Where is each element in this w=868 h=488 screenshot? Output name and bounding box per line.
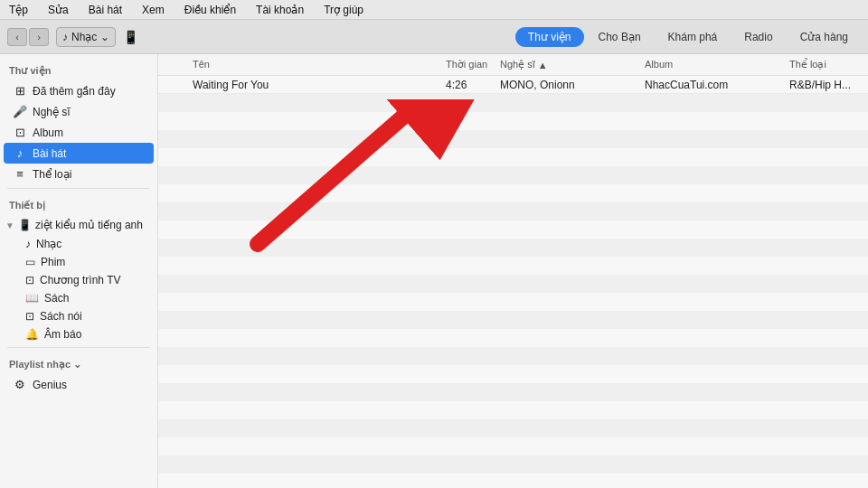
table-row-empty	[158, 383, 868, 401]
menu-tep[interactable]: Tệp	[5, 2, 32, 18]
device-expand-icon[interactable]: ▼	[5, 221, 14, 230]
menubar: Tệp Sửa Bài hát Xem Điều khiển Tài khoản…	[0, 0, 868, 20]
tab-radio[interactable]: Radio	[731, 27, 785, 47]
sidebar-item-genius[interactable]: ⚙ Genius	[4, 374, 154, 395]
table-row-empty	[158, 455, 868, 474]
table-row-empty	[158, 257, 868, 275]
device-phim-icon: ▭	[25, 256, 35, 268]
sidebar-item-the-loai[interactable]: ≡ Thể loại	[4, 164, 154, 184]
sidebar-item-da-them[interactable]: ⊞ Đã thêm gần đây	[4, 80, 154, 101]
sidebar: Thư viện ⊞ Đã thêm gần đây 🎤 Nghệ sĩ ⊡ A…	[0, 54, 158, 488]
th-genre[interactable]: Thể loại	[782, 57, 868, 72]
device-sub-am-bao[interactable]: 🔔 Âm báo	[0, 325, 157, 343]
playlist-label: Playlist nhạc	[9, 359, 71, 371]
sidebar-item-label: Đã thêm gần đây	[33, 85, 116, 98]
device-icon[interactable]: 📱	[123, 30, 138, 44]
device-sub-label: Sách	[44, 292, 69, 305]
sidebar-item-nghe-si[interactable]: 🎤 Nghệ sĩ	[4, 101, 154, 122]
playlist-section-title[interactable]: Playlist nhạc ⌄	[0, 352, 157, 374]
table-row-empty	[158, 293, 868, 311]
td-genre: R&B/Hip H...	[782, 77, 868, 93]
th-duration[interactable]: Thời gian	[439, 57, 493, 72]
device-icon-small: 📱	[18, 219, 32, 231]
menu-trogiup[interactable]: Trợ giúp	[320, 2, 367, 18]
sidebar-divider-1	[7, 188, 150, 189]
sidebar-item-label: Album	[33, 127, 63, 139]
sidebar-divider-2	[7, 347, 150, 348]
tab-cho-ban[interactable]: Cho Bạn	[586, 27, 654, 47]
device-sub-label: Âm báo	[44, 328, 81, 341]
td-duration: 4:26	[439, 77, 493, 93]
tab-cua-hang[interactable]: Cửa hàng	[788, 27, 861, 47]
table-row-empty	[158, 148, 868, 166]
recently-added-icon: ⊞	[13, 84, 27, 98]
table-row[interactable]: Waiting For You 4:26 MONO, Onionn NhacCu…	[158, 76, 868, 94]
menu-taikhoan[interactable]: Tài khoản	[252, 2, 307, 18]
device-sub-nhac[interactable]: ♪ Nhạc	[0, 235, 157, 253]
sidebar-item-bai-hat[interactable]: ♪ Bài hát	[4, 143, 154, 164]
nav-back-button[interactable]: ‹	[7, 28, 27, 46]
content-wrapper: Tên Thời gian Nghệ sĩ ▲ Album Thể loại ♡…	[158, 54, 868, 488]
library-section-title: Thư viện	[0, 58, 157, 80]
device-sub-sach-noi[interactable]: ⊡ Sách nói	[0, 307, 157, 325]
tab-kham-pha[interactable]: Khám phá	[656, 27, 731, 47]
table-row-empty	[158, 130, 868, 148]
nav-forward-button[interactable]: ›	[29, 28, 49, 46]
table-row-empty	[158, 474, 868, 488]
device-sub-sach[interactable]: 📖 Sách	[0, 289, 157, 307]
device-item[interactable]: ▼ 📱 ziệt kiểu mủ tiếng anh	[0, 215, 157, 235]
th-album[interactable]: Album	[637, 57, 782, 72]
device-sub-phim[interactable]: ▭ Phim	[0, 253, 157, 271]
device-sub-label: Phim	[41, 256, 65, 268]
table-header: Tên Thời gian Nghệ sĩ ▲ Album Thể loại ♡…	[158, 54, 868, 76]
content-area: Tên Thời gian Nghệ sĩ ▲ Album Thể loại ♡…	[158, 54, 868, 488]
device-sub-label: Sách nói	[40, 310, 82, 323]
sidebar-item-label: Genius	[33, 379, 67, 391]
th-name[interactable]: Tên	[185, 57, 439, 72]
sort-indicator: ▲	[538, 60, 548, 70]
th-artist[interactable]: Nghệ sĩ ▲	[493, 57, 637, 72]
sidebar-item-label: Bài hát	[33, 147, 66, 160]
table-row-empty	[158, 329, 868, 347]
sidebar-item-album[interactable]: ⊡ Album	[4, 122, 154, 143]
table-row-empty	[158, 401, 868, 419]
table-row-empty	[158, 437, 868, 455]
table-row-empty	[158, 94, 868, 112]
songs-icon: ♪	[13, 146, 27, 160]
nav-buttons: ‹ ›	[7, 28, 49, 46]
device-sub-label: Nhạc	[36, 238, 61, 250]
album-icon: ⊡	[13, 126, 27, 139]
td-artist: MONO, Onionn	[493, 77, 637, 93]
table-row-empty	[158, 221, 868, 239]
menu-xem[interactable]: Xem	[138, 2, 168, 18]
device-alarm-icon: 🔔	[25, 328, 39, 341]
table-row-empty	[158, 202, 868, 221]
menu-sua[interactable]: Sửa	[44, 2, 72, 18]
library-selector[interactable]: ♪ Nhạc ⌄	[56, 27, 116, 47]
menu-dieukien[interactable]: Điều khiển	[181, 2, 240, 18]
table-row-empty	[158, 239, 868, 257]
device-tv-icon: ⊡	[25, 274, 34, 286]
device-sub-chuong-trinh-tv[interactable]: ⊡ Chương trình TV	[0, 271, 157, 289]
library-music-icon: ♪	[62, 31, 68, 43]
library-dropdown-icon: ⌄	[100, 31, 109, 43]
artist-icon: 🎤	[13, 105, 27, 118]
table-row-empty	[158, 347, 868, 365]
playlist-chevron-icon: ⌄	[73, 359, 81, 371]
menu-baihat[interactable]: Bài hát	[85, 2, 126, 18]
td-name: Waiting For You	[185, 77, 439, 93]
device-sub-label: Chương trình TV	[40, 274, 120, 286]
tab-thu-vien[interactable]: Thư viện	[515, 27, 584, 47]
th-num	[158, 57, 185, 72]
sidebar-item-label: Thể loại	[33, 168, 71, 181]
library-label: Nhạc	[71, 31, 97, 43]
device-name: ziệt kiểu mủ tiếng anh	[35, 219, 143, 231]
table-row-empty	[158, 112, 868, 130]
device-nhac-icon: ♪	[25, 238, 31, 250]
device-book-icon: 📖	[25, 292, 39, 305]
table-row-empty	[158, 275, 868, 293]
main-layout: Thư viện ⊞ Đã thêm gần đây 🎤 Nghệ sĩ ⊡ A…	[0, 54, 868, 488]
td-num	[158, 83, 185, 87]
sidebar-item-label: Nghệ sĩ	[33, 106, 71, 118]
table-row-empty	[158, 311, 868, 329]
